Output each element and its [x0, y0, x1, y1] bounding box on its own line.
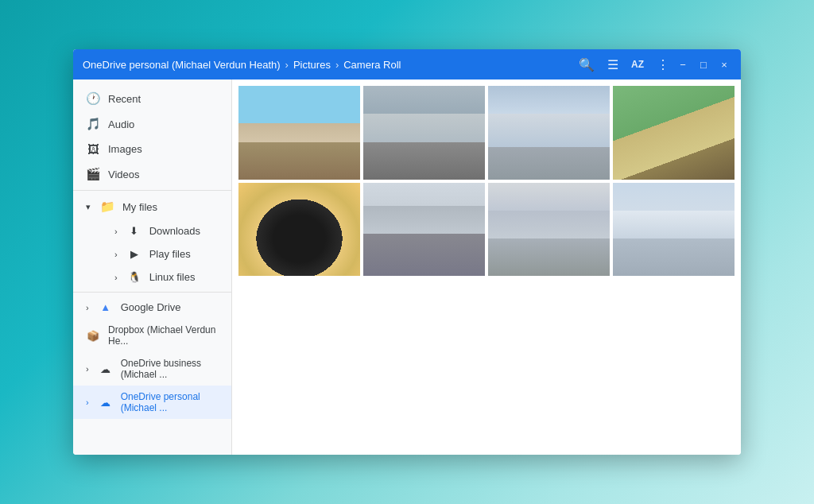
googledrive-chevron-icon: › — [86, 303, 89, 312]
dropbox-icon: 📦 — [86, 330, 100, 342]
photo-greenhouse[interactable] — [613, 183, 735, 277]
breadcrumb: OneDrive personal (Michael Verdun Heath)… — [83, 59, 579, 71]
downloads-icon: ⬇ — [127, 225, 141, 237]
titlebar: OneDrive personal (Michael Verdun Heath)… — [73, 49, 741, 79]
breadcrumb-root[interactable]: OneDrive personal (Michael Verdun Heath) — [83, 59, 281, 71]
sidebar-item-linuxfiles-label: Linux files — [149, 271, 196, 283]
photo-dog[interactable] — [238, 183, 360, 277]
onedrivepersonal-icon: ☁ — [99, 397, 113, 409]
sidebar-item-recent-label: Recent — [108, 93, 141, 105]
sidebar-item-audio-label: Audio — [108, 118, 134, 130]
sidebar-item-myfiles-label: My files — [122, 201, 157, 213]
photo-market2[interactable] — [488, 183, 610, 277]
sidebar-item-videos[interactable]: 🎬 Videos — [73, 161, 231, 187]
myfiles-icon: 📁 — [100, 200, 114, 214]
sidebar-item-recent[interactable]: 🕐 Recent — [73, 86, 231, 111]
photo-bench[interactable] — [613, 86, 735, 180]
sidebar: 🕐 Recent 🎵 Audio 🖼 Images 🎬 Videos ▾ 📁 M… — [73, 79, 232, 455]
divider-2 — [73, 292, 231, 293]
file-manager-window: OneDrive personal (Michael Verdun Heath)… — [73, 49, 741, 455]
breadcrumb-sep-2: › — [335, 59, 339, 71]
search-icon[interactable]: 🔍 — [579, 57, 595, 72]
photo-windmills[interactable] — [238, 86, 360, 180]
minimize-button[interactable]: − — [676, 57, 690, 72]
sidebar-item-downloads[interactable]: › ⬇ Downloads — [95, 219, 231, 242]
content-area — [232, 79, 741, 455]
videos-icon: 🎬 — [86, 167, 100, 181]
sidebar-item-onedrivebusiness-label: OneDrive business (Michael ... — [121, 358, 219, 380]
breadcrumb-pictures[interactable]: Pictures — [293, 59, 331, 71]
sidebar-item-playfiles-label: Play files — [149, 248, 191, 260]
linuxfiles-chevron-icon: › — [114, 273, 118, 282]
sidebar-item-downloads-label: Downloads — [149, 225, 200, 237]
maximize-button[interactable]: □ — [696, 57, 711, 72]
sidebar-item-onedrivepersonal[interactable]: › ☁ OneDrive personal (Michael ... — [73, 386, 231, 419]
close-button[interactable]: × — [717, 57, 731, 72]
photo-courtyard[interactable] — [488, 86, 610, 180]
sidebar-item-videos-label: Videos — [108, 169, 140, 180]
window-controls: − □ × — [676, 57, 731, 72]
sidebar-item-onedrivebusiness[interactable]: › ☁ OneDrive business (Michael ... — [73, 352, 231, 386]
sidebar-myfiles-children: › ⬇ Downloads › ▶ Play files › 🐧 Linux f… — [73, 219, 231, 289]
audio-icon: 🎵 — [86, 117, 100, 131]
playfiles-chevron-icon: › — [114, 250, 118, 259]
myfiles-chevron-icon: ▾ — [86, 202, 91, 212]
photo-building-gray[interactable] — [363, 86, 485, 180]
sidebar-item-linuxfiles[interactable]: › 🐧 Linux files — [95, 266, 231, 289]
sidebar-item-playfiles[interactable]: › ▶ Play files — [95, 242, 231, 266]
titlebar-actions: 🔍 ☰ AZ ⋮ — [579, 57, 669, 72]
sidebar-item-googledrive-label: Google Drive — [121, 301, 181, 313]
breadcrumb-sep-1: › — [285, 59, 289, 71]
more-icon[interactable]: ⋮ — [657, 57, 669, 72]
onedrivepersonal-chevron-icon: › — [86, 397, 89, 407]
googledrive-icon: ▲ — [99, 301, 113, 313]
sidebar-item-audio[interactable]: 🎵 Audio — [73, 111, 231, 137]
downloads-chevron-icon: › — [114, 227, 118, 236]
onedrivebusiness-icon: ☁ — [99, 363, 113, 375]
breadcrumb-current[interactable]: Camera Roll — [343, 59, 401, 71]
photo-grid — [238, 86, 735, 276]
recent-icon: 🕐 — [86, 91, 100, 106]
sidebar-item-images-label: Images — [108, 143, 142, 155]
onedrivebusiness-chevron-icon: › — [86, 364, 89, 374]
sidebar-item-myfiles[interactable]: ▾ 📁 My files — [73, 194, 231, 219]
menu-icon[interactable]: ☰ — [607, 57, 618, 72]
main-content: 🕐 Recent 🎵 Audio 🖼 Images 🎬 Videos ▾ 📁 M… — [73, 79, 741, 455]
sidebar-item-googledrive[interactable]: › ▲ Google Drive — [73, 296, 231, 319]
sidebar-item-dropbox[interactable]: 📦 Dropbox (Michael Verdun He... — [73, 319, 231, 352]
sidebar-item-dropbox-label: Dropbox (Michael Verdun He... — [108, 324, 219, 347]
linuxfiles-icon: 🐧 — [127, 271, 141, 283]
playfiles-icon: ▶ — [127, 248, 141, 260]
divider-1 — [73, 190, 231, 191]
sidebar-item-onedrivepersonal-label: OneDrive personal (Michael ... — [121, 391, 219, 413]
images-icon: 🖼 — [86, 142, 100, 156]
sort-icon[interactable]: AZ — [631, 59, 644, 70]
sidebar-item-images[interactable]: 🖼 Images — [73, 137, 231, 161]
photo-market1[interactable] — [363, 183, 485, 277]
